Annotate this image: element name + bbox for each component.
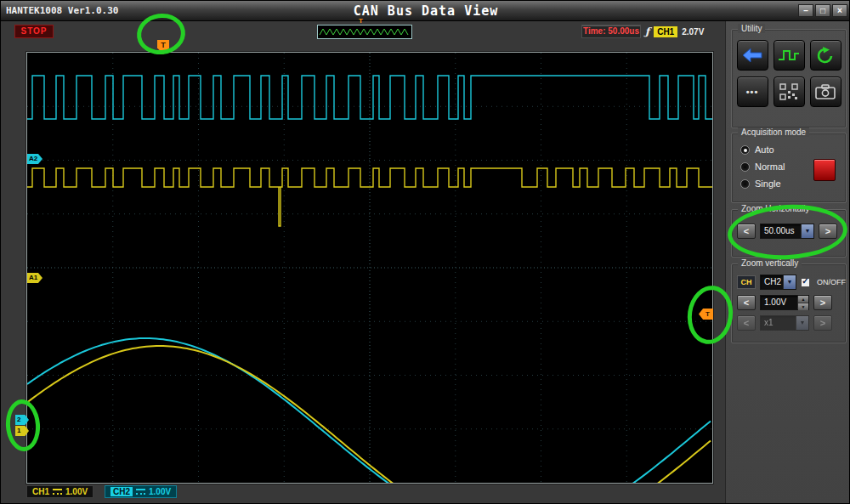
ch2-status-badge[interactable]: CH2 1.00V xyxy=(105,485,177,498)
ch2-status-label: CH2 xyxy=(110,487,133,496)
timebase-select[interactable]: 50.00us ▼ xyxy=(760,224,814,239)
volts-spinner: ▲ ▼ xyxy=(797,296,808,309)
app-window: HANTEK1008 Ver1.0.30 CAN Bus Data View –… xyxy=(0,0,850,504)
ch2-volts-per-div: 1.00V xyxy=(149,487,171,496)
chevron-down-icon: ▼ xyxy=(796,316,808,330)
back-arrow-icon xyxy=(741,47,763,64)
zoom-horizontal-title: Zoom Horizontally xyxy=(738,204,813,213)
record-button[interactable] xyxy=(813,159,836,181)
ch1-status-badge[interactable]: CH1 1.00V xyxy=(26,485,94,498)
trigger-level-value: 2.07V xyxy=(682,27,704,37)
refresh-button[interactable] xyxy=(810,40,842,71)
utility-group-title: Utility xyxy=(738,24,765,33)
ch1-status-label: CH1 xyxy=(32,487,49,496)
spin-up-icon[interactable]: ▲ xyxy=(798,296,808,303)
zoom-vertical-title: Zoom vertically xyxy=(738,258,802,268)
check-icon: ✓ xyxy=(802,277,808,286)
volts-per-div-value: 1.00V xyxy=(761,296,797,309)
channel-chip: CH xyxy=(737,275,756,289)
more-options-button[interactable]: ••• xyxy=(737,76,768,107)
zoom-vertical-group: Zoom vertically CH CH2 ▼ ✓ ON/OFF < 1.00… xyxy=(731,263,847,343)
trigger-channel-badge: CH1 xyxy=(654,26,677,37)
close-button[interactable]: × xyxy=(832,4,847,17)
control-panel: Utility xyxy=(725,21,850,504)
zoom-h-decrease-button[interactable]: < xyxy=(737,224,756,239)
waveform-view-button[interactable] xyxy=(774,40,805,71)
pulse-waveform-icon xyxy=(778,47,800,64)
circular-arrow-icon xyxy=(815,47,836,64)
preview-trigger-icon: T xyxy=(359,17,363,25)
radio-normal-control[interactable] xyxy=(740,162,750,172)
radio-single-control[interactable] xyxy=(740,179,750,189)
dots-icon: ••• xyxy=(746,87,759,97)
timebase-readout: Time: 50.00us xyxy=(581,25,641,38)
title-bar: HANTEK1008 Ver1.0.30 CAN Bus Data View –… xyxy=(1,1,850,21)
scope-canvas xyxy=(27,53,712,483)
radio-auto[interactable]: Auto xyxy=(740,144,846,155)
trigger-edge-icon: ƒ xyxy=(645,25,649,37)
qr-code-icon xyxy=(779,83,798,100)
page-title: CAN Bus Data View xyxy=(1,3,850,19)
trigger-position-bar[interactable] xyxy=(317,25,412,39)
dc-coupling-icon xyxy=(136,489,145,495)
radio-single-label: Single xyxy=(755,178,781,189)
radio-normal-label: Normal xyxy=(755,161,785,172)
timebase-value: 50.00us xyxy=(761,224,801,238)
chevron-down-icon[interactable]: ▼ xyxy=(801,224,813,238)
chevron-down-icon[interactable]: ▼ xyxy=(783,275,796,289)
maximize-button[interactable]: □ xyxy=(815,4,830,17)
minimize-button[interactable]: – xyxy=(798,4,813,17)
trigger-readout: ƒ CH1 2.07V xyxy=(645,25,704,38)
back-button[interactable] xyxy=(737,40,768,71)
preview-waveform-icon xyxy=(318,25,411,38)
radio-auto-control[interactable] xyxy=(740,145,750,155)
stop-button[interactable]: STOP xyxy=(14,25,54,38)
mult-select: x1 ▼ xyxy=(760,315,809,331)
acquisition-group-title: Acquisition mode xyxy=(738,127,809,137)
ch1-volts-per-div: 1.00V xyxy=(65,487,88,496)
channel-onoff-checkbox[interactable]: ✓ xyxy=(801,278,810,287)
screenshot-button[interactable] xyxy=(810,76,842,107)
mult-increase-button: > xyxy=(813,315,832,331)
utility-group: Utility xyxy=(731,29,847,128)
window-controls: – □ × xyxy=(798,4,847,17)
zoom-h-increase-button[interactable]: > xyxy=(819,224,837,239)
onoff-label: ON/OFF xyxy=(817,278,846,286)
zoom-v-increase-button[interactable]: > xyxy=(813,295,832,310)
zoom-v-decrease-button[interactable]: < xyxy=(737,295,756,310)
dc-coupling-icon xyxy=(53,489,62,495)
mult-decrease-button: < xyxy=(737,315,756,331)
spin-down-icon[interactable]: ▼ xyxy=(798,303,808,310)
channel-select-value: CH2 xyxy=(761,275,783,289)
acquisition-group: Acquisition mode Auto Normal Single xyxy=(731,133,847,203)
qr-code-button[interactable] xyxy=(774,76,805,107)
camera-icon xyxy=(815,83,836,100)
radio-auto-label: Auto xyxy=(755,144,774,155)
scope-display xyxy=(26,52,713,484)
volts-per-div-input[interactable]: 1.00V ▲ ▼ xyxy=(760,295,809,310)
mult-value: x1 xyxy=(761,316,796,330)
channel-select[interactable]: CH2 ▼ xyxy=(760,275,796,290)
zoom-horizontal-group: Zoom Horizontally < 50.00us ▼ > xyxy=(731,209,847,258)
